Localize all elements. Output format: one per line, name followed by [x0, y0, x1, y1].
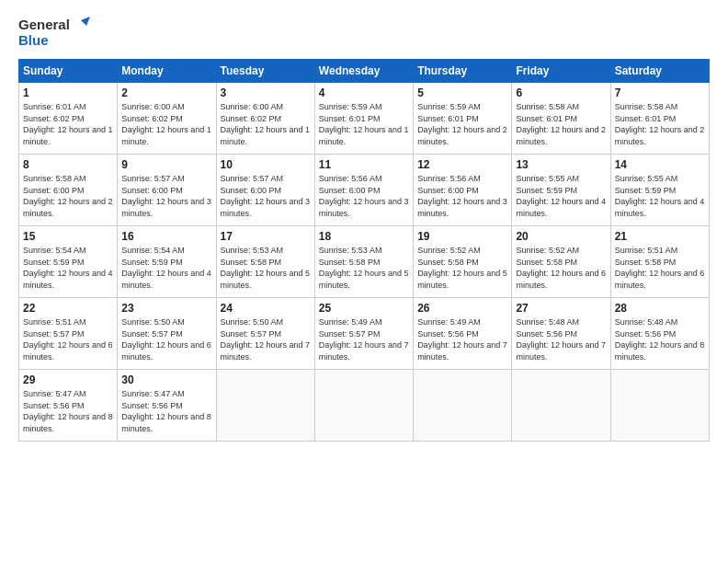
day-info: Sunrise: 5:57 AM Sunset: 6:00 PM Dayligh…	[221, 173, 311, 219]
col-header-friday: Friday	[512, 60, 610, 83]
day-number: 18	[319, 230, 409, 243]
col-header-thursday: Thursday	[414, 60, 512, 83]
day-info: Sunrise: 5:48 AM Sunset: 5:56 PM Dayligh…	[516, 316, 606, 362]
day-number: 27	[516, 302, 606, 315]
calendar-cell: 5 Sunrise: 5:59 AM Sunset: 6:01 PM Dayli…	[414, 83, 512, 155]
day-number: 12	[417, 158, 507, 171]
col-header-sunday: Sunday	[19, 60, 118, 83]
calendar-cell: 8 Sunrise: 5:58 AM Sunset: 6:00 PM Dayli…	[19, 155, 118, 226]
calendar-week-0: 1 Sunrise: 6:01 AM Sunset: 6:02 PM Dayli…	[19, 83, 710, 155]
calendar-cell: 26 Sunrise: 5:49 AM Sunset: 5:56 PM Dayl…	[414, 298, 512, 370]
calendar-cell: 19 Sunrise: 5:52 AM Sunset: 5:58 PM Dayl…	[414, 226, 512, 298]
logo-svg: General Blue	[18, 15, 92, 50]
day-number: 4	[319, 86, 409, 99]
day-number: 26	[417, 302, 507, 315]
col-header-tuesday: Tuesday	[216, 60, 314, 83]
day-info: Sunrise: 5:57 AM Sunset: 6:00 PM Dayligh…	[121, 173, 211, 219]
day-info: Sunrise: 6:00 AM Sunset: 6:02 PM Dayligh…	[121, 101, 211, 147]
col-header-wednesday: Wednesday	[314, 60, 413, 83]
calendar-cell	[314, 370, 413, 442]
calendar-cell: 12 Sunrise: 5:56 AM Sunset: 6:00 PM Dayl…	[414, 155, 512, 226]
day-number: 17	[221, 230, 311, 243]
col-header-saturday: Saturday	[610, 60, 709, 83]
day-info: Sunrise: 5:51 AM Sunset: 5:57 PM Dayligh…	[23, 316, 113, 362]
calendar-cell: 6 Sunrise: 5:58 AM Sunset: 6:01 PM Dayli…	[512, 83, 610, 155]
day-number: 9	[121, 158, 211, 171]
calendar-cell: 2 Sunrise: 6:00 AM Sunset: 6:02 PM Dayli…	[118, 83, 216, 155]
calendar-week-2: 15 Sunrise: 5:54 AM Sunset: 5:59 PM Dayl…	[19, 226, 710, 298]
day-number: 11	[319, 158, 409, 171]
day-number: 6	[516, 86, 606, 99]
day-number: 2	[121, 86, 211, 99]
day-number: 10	[221, 158, 311, 171]
day-info: Sunrise: 5:49 AM Sunset: 5:56 PM Dayligh…	[417, 316, 507, 362]
col-header-monday: Monday	[118, 60, 216, 83]
svg-text:General: General	[18, 17, 70, 32]
day-number: 7	[615, 86, 705, 99]
day-info: Sunrise: 5:47 AM Sunset: 5:56 PM Dayligh…	[121, 388, 211, 434]
calendar-week-3: 22 Sunrise: 5:51 AM Sunset: 5:57 PM Dayl…	[19, 298, 710, 370]
day-number: 3	[221, 86, 311, 99]
day-number: 23	[121, 302, 211, 315]
day-info: Sunrise: 5:55 AM Sunset: 5:59 PM Dayligh…	[516, 173, 606, 219]
calendar-cell: 15 Sunrise: 5:54 AM Sunset: 5:59 PM Dayl…	[19, 226, 118, 298]
calendar-cell: 9 Sunrise: 5:57 AM Sunset: 6:00 PM Dayli…	[118, 155, 216, 226]
day-info: Sunrise: 5:54 AM Sunset: 5:59 PM Dayligh…	[121, 245, 211, 291]
day-number: 19	[417, 230, 507, 243]
day-number: 21	[615, 230, 705, 243]
day-info: Sunrise: 5:56 AM Sunset: 6:00 PM Dayligh…	[417, 173, 507, 219]
day-number: 14	[615, 158, 705, 171]
day-info: Sunrise: 5:50 AM Sunset: 5:57 PM Dayligh…	[221, 316, 311, 362]
calendar-cell: 28 Sunrise: 5:48 AM Sunset: 5:56 PM Dayl…	[610, 298, 709, 370]
calendar-cell: 29 Sunrise: 5:47 AM Sunset: 5:56 PM Dayl…	[19, 370, 118, 442]
calendar-cell: 10 Sunrise: 5:57 AM Sunset: 6:00 PM Dayl…	[216, 155, 314, 226]
day-info: Sunrise: 5:50 AM Sunset: 5:57 PM Dayligh…	[121, 316, 211, 362]
calendar-table: SundayMondayTuesdayWednesdayThursdayFrid…	[18, 59, 710, 442]
calendar-cell: 30 Sunrise: 5:47 AM Sunset: 5:56 PM Dayl…	[118, 370, 216, 442]
calendar-cell: 4 Sunrise: 5:59 AM Sunset: 6:01 PM Dayli…	[314, 83, 413, 155]
calendar-cell: 7 Sunrise: 5:58 AM Sunset: 6:01 PM Dayli…	[610, 83, 709, 155]
calendar-cell: 1 Sunrise: 6:01 AM Sunset: 6:02 PM Dayli…	[19, 83, 118, 155]
calendar-cell	[610, 370, 709, 442]
day-number: 28	[615, 302, 705, 315]
day-number: 29	[23, 373, 113, 386]
day-info: Sunrise: 5:58 AM Sunset: 6:01 PM Dayligh…	[615, 101, 705, 147]
day-number: 30	[121, 373, 211, 386]
calendar-cell: 13 Sunrise: 5:55 AM Sunset: 5:59 PM Dayl…	[512, 155, 610, 226]
calendar-week-4: 29 Sunrise: 5:47 AM Sunset: 5:56 PM Dayl…	[19, 370, 710, 442]
svg-text:Blue: Blue	[18, 32, 49, 48]
calendar-cell	[216, 370, 314, 442]
calendar-cell: 22 Sunrise: 5:51 AM Sunset: 5:57 PM Dayl…	[19, 298, 118, 370]
day-number: 22	[23, 302, 113, 315]
day-info: Sunrise: 5:56 AM Sunset: 6:00 PM Dayligh…	[319, 173, 409, 219]
day-number: 15	[23, 230, 113, 243]
calendar-cell: 20 Sunrise: 5:52 AM Sunset: 5:58 PM Dayl…	[512, 226, 610, 298]
day-info: Sunrise: 5:59 AM Sunset: 6:01 PM Dayligh…	[417, 101, 507, 147]
day-info: Sunrise: 5:58 AM Sunset: 6:01 PM Dayligh…	[516, 101, 606, 147]
calendar-cell	[512, 370, 610, 442]
calendar-cell	[414, 370, 512, 442]
day-info: Sunrise: 5:52 AM Sunset: 5:58 PM Dayligh…	[516, 245, 606, 291]
calendar-week-1: 8 Sunrise: 5:58 AM Sunset: 6:00 PM Dayli…	[19, 155, 710, 226]
day-number: 8	[23, 158, 113, 171]
day-number: 5	[417, 86, 507, 99]
day-info: Sunrise: 5:58 AM Sunset: 6:00 PM Dayligh…	[23, 173, 113, 219]
day-info: Sunrise: 5:52 AM Sunset: 5:58 PM Dayligh…	[417, 245, 507, 291]
day-info: Sunrise: 5:54 AM Sunset: 5:59 PM Dayligh…	[23, 245, 113, 291]
calendar-cell: 21 Sunrise: 5:51 AM Sunset: 5:58 PM Dayl…	[610, 226, 709, 298]
day-number: 13	[516, 158, 606, 171]
day-info: Sunrise: 6:00 AM Sunset: 6:02 PM Dayligh…	[221, 101, 311, 147]
calendar-cell: 18 Sunrise: 5:53 AM Sunset: 5:58 PM Dayl…	[314, 226, 413, 298]
day-info: Sunrise: 5:47 AM Sunset: 5:56 PM Dayligh…	[23, 388, 113, 434]
day-info: Sunrise: 5:53 AM Sunset: 5:58 PM Dayligh…	[221, 245, 311, 291]
calendar-cell: 16 Sunrise: 5:54 AM Sunset: 5:59 PM Dayl…	[118, 226, 216, 298]
svg-marker-2	[81, 17, 90, 26]
page-header: General Blue	[18, 15, 710, 50]
calendar-cell: 25 Sunrise: 5:49 AM Sunset: 5:57 PM Dayl…	[314, 298, 413, 370]
calendar-cell: 17 Sunrise: 5:53 AM Sunset: 5:58 PM Dayl…	[216, 226, 314, 298]
day-number: 24	[221, 302, 311, 315]
day-info: Sunrise: 5:48 AM Sunset: 5:56 PM Dayligh…	[615, 316, 705, 362]
calendar-cell: 23 Sunrise: 5:50 AM Sunset: 5:57 PM Dayl…	[118, 298, 216, 370]
day-info: Sunrise: 5:49 AM Sunset: 5:57 PM Dayligh…	[319, 316, 409, 362]
day-info: Sunrise: 6:01 AM Sunset: 6:02 PM Dayligh…	[23, 101, 113, 147]
